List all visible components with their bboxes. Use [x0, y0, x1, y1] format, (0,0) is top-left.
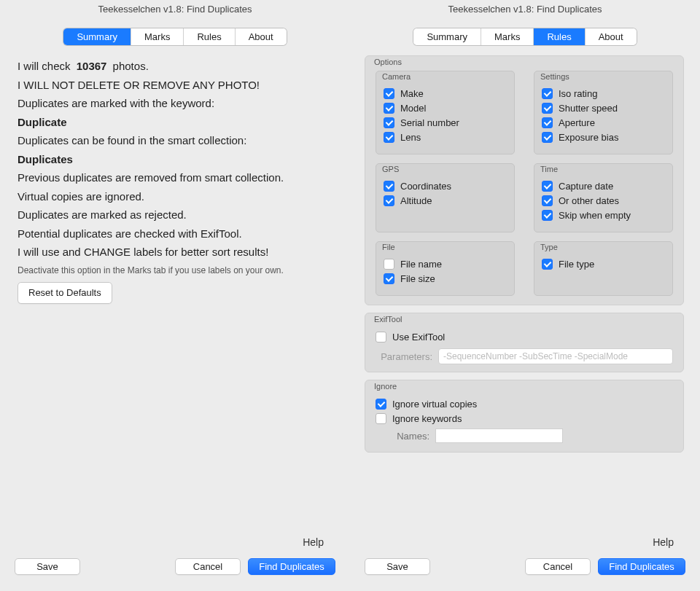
footer: Save Cancel Find Duplicates	[365, 554, 685, 584]
save-button[interactable]: Save	[365, 558, 430, 575]
tab-summary[interactable]: Summary	[413, 28, 481, 45]
label-ignore-keywords: Ignore keywords	[392, 413, 462, 424]
label-iso: Iso rating	[559, 88, 597, 99]
sub-type-label: Type	[540, 243, 558, 251]
label-shutter: Shutter speed	[559, 103, 618, 114]
sub-settings-label: Settings	[540, 72, 569, 81]
summary-keyword: Duplicate	[18, 113, 330, 132]
ignore-names-label: Names:	[392, 431, 429, 442]
rules-panel: Options Camera Make Model Serial number …	[365, 55, 685, 554]
footer: Save Cancel Find Duplicates	[15, 554, 335, 584]
summary-nodelete: I WILL NOT DELETE OR REMOVE ANY PHOTO!	[18, 76, 330, 95]
label-ignore-virtual: Ignore virtual copies	[392, 399, 477, 410]
window-title: Teekesselchen v1.8: Find Duplicates	[350, 0, 700, 18]
reset-defaults-button[interactable]: Reset to Defaults	[18, 282, 112, 304]
check-capture[interactable]	[542, 181, 553, 192]
label-serial: Serial number	[400, 117, 459, 128]
summary-exiftool: Potential duplicates are checked with Ex…	[18, 224, 330, 243]
sub-file-label: File	[382, 243, 395, 251]
sub-type: Type File type	[534, 241, 673, 296]
label-filesize: File size	[400, 273, 435, 284]
sub-gps-label: GPS	[382, 165, 399, 173]
summary-line1b: photos.	[113, 60, 149, 72]
summary-collection: Duplicates	[18, 150, 330, 169]
sub-time: Time Capture date Or other dates Skip wh…	[534, 163, 673, 232]
summary-labels: I will use and CHANGE labels for better …	[18, 243, 330, 262]
tab-rules[interactable]: Rules	[533, 28, 584, 45]
summary-prevdup: Previous duplicates are removed from sma…	[18, 168, 330, 187]
tab-summary[interactable]: Summary	[63, 28, 131, 45]
check-use-exiftool[interactable]	[376, 332, 386, 343]
cancel-button[interactable]: Cancel	[175, 558, 241, 575]
label-filetype: File type	[559, 259, 594, 270]
label-use-exiftool: Use ExifTool	[392, 332, 445, 343]
tab-marks[interactable]: Marks	[131, 28, 183, 45]
save-button[interactable]: Save	[15, 558, 80, 575]
group-ignore: Ignore Ignore virtual copies Ignore keyw…	[365, 380, 684, 453]
summary-hint: Deactivate this option in the Marks tab …	[18, 263, 330, 278]
label-model: Model	[400, 103, 426, 114]
check-ignore-keywords[interactable]	[376, 413, 386, 424]
check-aperture[interactable]	[542, 117, 553, 128]
label-skipempty: Skip when empty	[559, 210, 631, 221]
label-expbias: Exposure bias	[559, 132, 618, 143]
help-link[interactable]: Help	[303, 536, 324, 548]
summary-line1a: I will check	[18, 60, 71, 72]
check-expbias[interactable]	[542, 132, 553, 143]
ignore-names-input[interactable]	[435, 428, 563, 443]
label-make: Make	[400, 88, 424, 99]
label-lens: Lens	[400, 132, 421, 143]
check-skipempty[interactable]	[542, 210, 553, 221]
check-coords[interactable]	[384, 181, 394, 192]
check-model[interactable]	[384, 103, 394, 114]
summary-collection-intro: Duplicates can be found in the smart col…	[18, 131, 330, 150]
sub-gps: GPS Coordinates Altitude	[376, 163, 515, 232]
window-rules: Teekesselchen v1.8: Find Duplicates Summ…	[350, 0, 700, 591]
group-options-label: Options	[374, 58, 402, 66]
check-filesize[interactable]	[384, 273, 394, 284]
summary-panel: I will check 10367 photos. I WILL NOT DE…	[15, 55, 335, 554]
exif-params-input[interactable]: -SequenceNumber -SubSecTime -SpecialMode	[438, 348, 673, 364]
check-filename[interactable]	[384, 259, 394, 270]
label-alt: Altitude	[400, 195, 432, 206]
sub-camera-label: Camera	[382, 72, 411, 81]
tab-bar: Summary Marks Rules About	[63, 28, 286, 45]
check-serial[interactable]	[384, 117, 394, 128]
label-filename: File name	[400, 259, 442, 270]
help-link[interactable]: Help	[653, 536, 674, 548]
label-coords: Coordinates	[400, 181, 451, 192]
sub-camera: Camera Make Model Serial number Lens	[376, 71, 515, 154]
window-summary: Teekesselchen v1.8: Find Duplicates Summ…	[0, 0, 350, 591]
cancel-button[interactable]: Cancel	[525, 558, 591, 575]
check-iso[interactable]	[542, 88, 553, 99]
photo-count: 10367	[77, 60, 107, 72]
window-title: Teekesselchen v1.8: Find Duplicates	[0, 0, 350, 18]
summary-rejected: Duplicates are marked as rejected.	[18, 206, 330, 224]
tab-rules[interactable]: Rules	[183, 28, 234, 45]
tab-about[interactable]: About	[585, 28, 637, 45]
check-lens[interactable]	[384, 132, 394, 143]
check-filetype[interactable]	[542, 259, 553, 270]
check-ignore-virtual[interactable]	[376, 399, 386, 410]
find-duplicates-button[interactable]: Find Duplicates	[598, 558, 685, 575]
tab-about[interactable]: About	[235, 28, 287, 45]
check-shutter[interactable]	[542, 103, 553, 114]
check-make[interactable]	[384, 88, 394, 99]
label-capture: Capture date	[559, 181, 613, 192]
group-ignore-label: Ignore	[374, 382, 397, 391]
check-alt[interactable]	[384, 195, 394, 206]
group-exiftool: ExifTool Use ExifTool Parameters: -Seque…	[365, 313, 684, 372]
exif-params-label: Parameters:	[376, 351, 432, 362]
group-options: Options Camera Make Model Serial number …	[365, 55, 684, 305]
tab-bar: Summary Marks Rules About	[413, 28, 636, 45]
label-otherdates: Or other dates	[559, 195, 619, 206]
check-otherdates[interactable]	[542, 195, 553, 206]
sub-settings: Settings Iso rating Shutter speed Apertu…	[534, 71, 673, 154]
summary-virtcopies: Virtual copies are ignored.	[18, 187, 330, 206]
sub-time-label: Time	[540, 165, 558, 173]
find-duplicates-button[interactable]: Find Duplicates	[248, 558, 335, 575]
sub-file: File File name File size	[376, 241, 515, 296]
label-aperture: Aperture	[559, 117, 595, 128]
tab-marks[interactable]: Marks	[481, 28, 533, 45]
summary-keyword-intro: Duplicates are marked with the keyword:	[18, 94, 330, 113]
